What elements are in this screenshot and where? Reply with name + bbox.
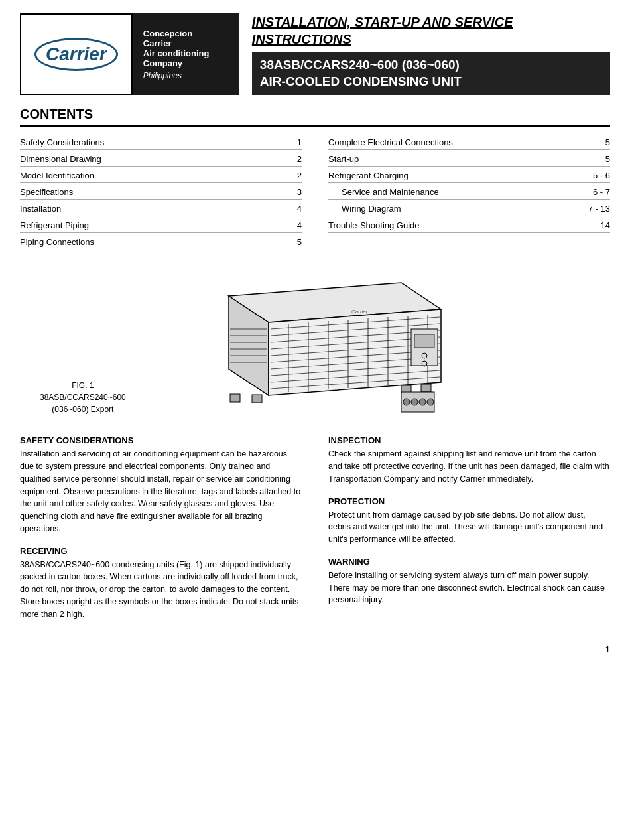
- toc-page: 7 - 13: [588, 204, 610, 214]
- body-left-col: SAFETY CONSIDERATIONSInstallation and se…: [20, 435, 302, 631]
- section-text: Check the shipment against shipping list…: [328, 448, 610, 485]
- svg-rect-28: [414, 334, 434, 348]
- page-header: Carrier Concepcion Carrier Air condition…: [20, 13, 610, 95]
- carrier-logo: Carrier: [34, 38, 118, 71]
- body-section: INSPECTIONCheck the shipment against shi…: [328, 435, 610, 485]
- toc-label: Piping Connections: [20, 237, 292, 247]
- company-name: Concepcion: [143, 29, 228, 38]
- toc-item: Refrigerant Charging5 - 6: [328, 167, 610, 183]
- toc-label: Trouble-Shooting Guide: [328, 220, 596, 230]
- toc-item: Specifications3: [20, 183, 302, 200]
- toc-label: Model Identification: [20, 171, 292, 180]
- section-heading: INSPECTION: [328, 435, 610, 445]
- section-text: Installation and servicing of air condit…: [20, 448, 302, 535]
- toc-right: Complete Electrical Connections5Start-up…: [328, 133, 610, 233]
- toc-item: Model Identification2: [20, 167, 302, 183]
- body-columns: SAFETY CONSIDERATIONSInstallation and se…: [20, 435, 610, 631]
- svg-rect-32: [252, 395, 262, 403]
- toc-page: 5 - 6: [593, 171, 610, 180]
- toc-page: 6 - 7: [593, 187, 610, 197]
- toc-label: Wiring Diagram: [342, 204, 583, 214]
- toc-item: Complete Electrical Connections5: [328, 133, 610, 150]
- toc-item: Start-up5: [328, 150, 610, 167]
- toc-item: Safety Considerations1: [20, 133, 302, 150]
- body-section: WARNINGBefore installing or servicing sy…: [328, 557, 610, 606]
- toc-page: 14: [601, 220, 610, 230]
- company-line2: Carrier: [143, 38, 228, 48]
- toc-label: Service and Maintenance: [342, 187, 588, 197]
- ac-unit-illustration: Carrier: [176, 263, 454, 422]
- toc-page: 2: [297, 171, 302, 180]
- company-line3: Air conditioning: [143, 48, 228, 58]
- title-model: 38ASB/CCARS240~600 (036~060): [260, 57, 602, 74]
- toc-item: Piping Connections5: [20, 233, 302, 249]
- body-right-col: INSPECTIONCheck the shipment against shi…: [328, 435, 610, 631]
- svg-rect-31: [230, 394, 240, 402]
- toc-item: Trouble-Shooting Guide14: [328, 216, 610, 233]
- contents-heading: CONTENTS: [20, 107, 610, 127]
- toc-page: 1: [297, 137, 302, 147]
- fig-caption-line1: FIG. 1: [40, 380, 126, 391]
- fig-caption-line2: 38ASB/CCARS240~600: [40, 391, 126, 403]
- toc-page: 5: [605, 137, 610, 147]
- company-line4: Company: [143, 58, 228, 68]
- title-unit-type: AIR-COOLED CONDENSING UNIT: [260, 74, 602, 90]
- toc-item: Service and Maintenance6 - 7: [328, 183, 610, 200]
- toc-page: 5: [605, 154, 610, 164]
- svg-point-38: [411, 399, 418, 405]
- section-heading: WARNING: [328, 557, 610, 567]
- toc-page: 4: [297, 204, 302, 214]
- fig-caption-line3: (036~060) Export: [40, 403, 126, 415]
- svg-point-39: [419, 399, 426, 405]
- document-title-top: INSTALLATION, START-UP AND SERVICE INSTR…: [252, 13, 610, 48]
- toc-label: Specifications: [20, 187, 292, 197]
- toc-page: 2: [297, 154, 302, 164]
- figure-area: FIG. 1 38ASB/CCARS240~600 (036~060) Expo…: [20, 263, 610, 422]
- toc-label: Complete Electrical Connections: [328, 137, 600, 147]
- body-section: SAFETY CONSIDERATIONSInstallation and se…: [20, 435, 302, 535]
- company-region: Philippines: [143, 71, 228, 80]
- section-heading: RECEIVING: [20, 546, 302, 556]
- section-text: 38ASB/CCARS240~600 condensing units (Fig…: [20, 559, 302, 621]
- toc-left: Safety Considerations1Dimensional Drawin…: [20, 133, 302, 249]
- svg-rect-34: [421, 384, 431, 392]
- document-title-box: INSTALLATION, START-UP AND SERVICE INSTR…: [239, 13, 610, 95]
- toc-page: 3: [297, 187, 302, 197]
- svg-point-37: [403, 399, 410, 405]
- section-heading: PROTECTION: [328, 496, 610, 506]
- toc-label: Installation: [20, 204, 292, 214]
- toc-label: Safety Considerations: [20, 137, 292, 147]
- svg-text:Carrier: Carrier: [351, 309, 368, 315]
- toc-page: 4: [297, 220, 302, 230]
- toc-item: Refrigerant Piping4: [20, 216, 302, 233]
- toc-item: Wiring Diagram7 - 13: [328, 200, 610, 216]
- toc-item: Dimensional Drawing2: [20, 150, 302, 167]
- toc-item: Installation4: [20, 200, 302, 216]
- contents-left-col: Safety Considerations1Dimensional Drawin…: [20, 133, 302, 249]
- body-section: RECEIVING38ASB/CCARS240~600 condensing u…: [20, 546, 302, 621]
- page-number: 1: [20, 644, 610, 654]
- section-text: Before installing or servicing system al…: [328, 569, 610, 606]
- logo-box: Carrier: [20, 13, 133, 95]
- toc-label: Refrigerant Charging: [328, 171, 588, 180]
- section-heading: SAFETY CONSIDERATIONS: [20, 435, 302, 445]
- svg-point-40: [427, 399, 434, 405]
- body-section: PROTECTIONProtect unit from damage cause…: [328, 496, 610, 546]
- figure-caption: FIG. 1 38ASB/CCARS240~600 (036~060) Expo…: [40, 380, 126, 415]
- company-info-box: Concepcion Carrier Air conditioning Comp…: [133, 13, 239, 95]
- contents-right-col: Complete Electrical Connections5Start-up…: [328, 133, 610, 249]
- contents-section: Safety Considerations1Dimensional Drawin…: [20, 133, 610, 249]
- toc-label: Refrigerant Piping: [20, 220, 292, 230]
- document-title-bottom: 38ASB/CCARS240~600 (036~060) AIR-COOLED …: [252, 52, 610, 95]
- section-text: Protect unit from damage caused by job s…: [328, 509, 610, 546]
- toc-page: 5: [297, 237, 302, 247]
- toc-label: Dimensional Drawing: [20, 154, 292, 164]
- toc-label: Start-up: [328, 154, 600, 164]
